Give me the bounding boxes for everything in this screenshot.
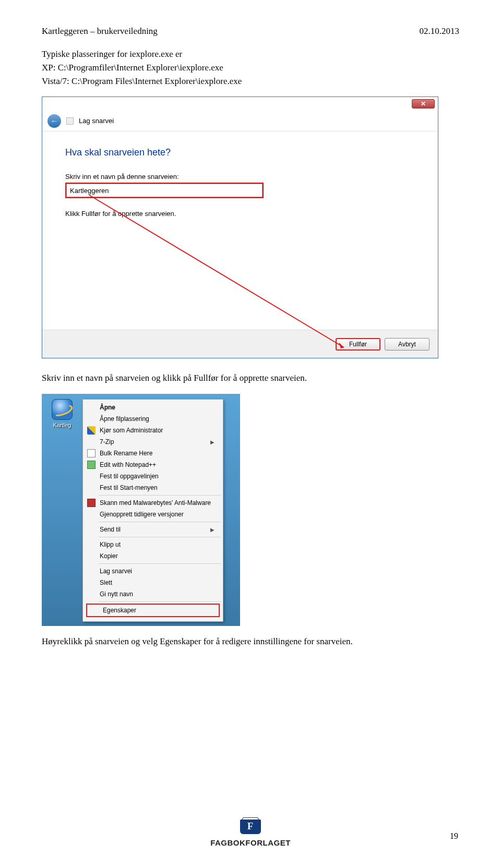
menu-item-label: Skann med Malwarebytes' Anti-Malware — [100, 499, 211, 507]
intro-paragraph: Typiske plasseringer for iexplore.exe er… — [42, 48, 459, 87]
menu-item[interactable]: Kopier — [84, 550, 222, 562]
menu-item-label: Egenskaper — [103, 607, 136, 614]
wizard-field-label: Skriv inn et navn på denne snarveien: — [65, 173, 415, 180]
menu-item-label: Åpne filplassering — [100, 415, 149, 423]
publisher-logo-icon — [240, 819, 261, 837]
menu-item[interactable]: Gjenopprett tidligere versjoner — [84, 509, 222, 520]
input-highlight-box — [65, 183, 264, 198]
page-footer: FAGBOKFORLAGET — [0, 819, 501, 847]
menu-item-label: 7-Zip — [100, 438, 114, 445]
cancel-button[interactable]: Avbryt — [385, 338, 430, 351]
menu-item[interactable]: Send til▶ — [84, 524, 222, 535]
menu-item[interactable]: Klipp ut — [84, 539, 222, 550]
menu-item-label: Edit with Notepad++ — [100, 461, 156, 468]
arrow-left-icon: ← — [51, 117, 58, 125]
intro-line-1: Typiske plasseringer for iexplore.exe er — [42, 48, 459, 61]
desktop-shortcut-icon[interactable]: Kartleg — [46, 399, 78, 428]
close-button[interactable]: ✕ — [412, 99, 435, 108]
desktop-icon-label: Kartleg — [46, 422, 78, 428]
menu-item-label: Fest til oppgavelinjen — [100, 473, 159, 480]
shortcut-wizard-dialog: ✕ ← Lag snarvei Hva skal snarveien hete?… — [42, 97, 438, 358]
menu-item[interactable]: Lag snarvei — [84, 565, 222, 577]
submenu-arrow-icon: ▶ — [210, 527, 214, 533]
menu-item-label: Lag snarvei — [100, 568, 132, 575]
menu-separator — [99, 495, 221, 496]
wizard-instruction: Klikk Fullfør for å opprette snarveien. — [65, 210, 415, 218]
menu-separator — [99, 563, 221, 564]
menu-item[interactable]: Gi nytt navn — [84, 588, 222, 600]
internet-explorer-icon — [52, 399, 73, 420]
menu-item-label: Send til — [100, 526, 121, 533]
bottom-paragraph: Høyreklikk på snarveien og velg Egenskap… — [42, 635, 459, 648]
menu-item[interactable]: 7-Zip▶ — [84, 436, 222, 448]
finish-button-label: Fullfør — [349, 341, 367, 348]
context-menu: ÅpneÅpne filplasseringKjør som Administr… — [82, 399, 223, 622]
np-icon — [87, 461, 96, 469]
menu-item[interactable]: Fest til Start-menyen — [84, 482, 222, 493]
menu-item-label: Fest til Start-menyen — [100, 484, 158, 491]
mid-paragraph: Skriv inn et navn på snarveien og klikk … — [42, 372, 459, 384]
intro-line-3: Vista/7: C:\Program Files\Internet Explo… — [42, 75, 459, 88]
menu-item[interactable]: Edit with Notepad++ — [84, 459, 222, 471]
menu-item[interactable]: Slett — [84, 577, 222, 588]
back-button[interactable]: ← — [47, 114, 61, 128]
cancel-button-label: Avbryt — [398, 341, 416, 348]
menu-item[interactable]: Åpne filplassering — [84, 413, 222, 425]
menu-item-label: Gi nytt navn — [100, 590, 133, 598]
submenu-arrow-icon: ▶ — [210, 439, 214, 445]
shield-icon — [87, 426, 96, 435]
menu-item[interactable]: Kjør som Administrator — [84, 425, 222, 436]
doc-icon — [87, 449, 96, 457]
menu-item[interactable]: Åpne — [84, 402, 222, 413]
menu-item-label: Åpne — [100, 404, 115, 411]
shortcut-icon — [66, 117, 74, 125]
close-icon: ✕ — [421, 100, 426, 107]
doc-header-date: 02.10.2013 — [420, 26, 460, 37]
menu-item-label: Kjør som Administrator — [100, 427, 163, 434]
publisher-brand: FAGBOKFORLAGET — [210, 838, 291, 847]
wizard-nav-label: Lag snarvei — [79, 117, 114, 125]
menu-item-properties[interactable]: Egenskaper — [87, 605, 219, 616]
menu-separator — [99, 537, 221, 537]
intro-line-2: XP: C:\Programfiler\Internet Explorer\ie… — [42, 62, 459, 74]
shortcut-name-input[interactable] — [66, 184, 263, 197]
menu-item[interactable]: Fest til oppgavelinjen — [84, 471, 222, 482]
properties-highlight: Egenskaper — [86, 604, 220, 617]
doc-header-left: Kartleggeren – brukerveiledning — [42, 26, 158, 37]
menu-item-label: Klipp ut — [100, 541, 121, 548]
context-menu-screenshot: Kartleg ÅpneÅpne filplasseringKjør som A… — [42, 394, 240, 626]
finish-button[interactable]: Fullfør — [336, 338, 380, 351]
menu-separator — [99, 522, 221, 522]
wizard-heading: Hva skal snarveien hete? — [65, 147, 415, 158]
menu-item-label: Bulk Rename Here — [100, 450, 152, 457]
menu-item[interactable]: Bulk Rename Here — [84, 448, 222, 459]
mb-icon — [87, 499, 96, 507]
menu-item-label: Slett — [100, 579, 112, 586]
menu-item-label: Kopier — [100, 552, 118, 560]
menu-item-label: Gjenopprett tidligere versjoner — [100, 511, 184, 518]
menu-separator — [99, 601, 221, 602]
menu-item[interactable]: Skann med Malwarebytes' Anti-Malware — [84, 497, 222, 509]
page-number: 19 — [450, 831, 458, 841]
